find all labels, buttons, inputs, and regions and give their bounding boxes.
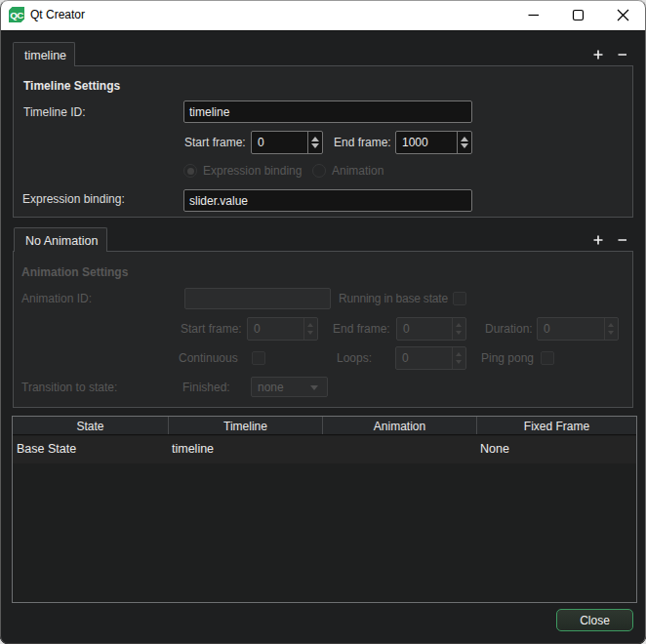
svg-text:QC: QC — [10, 10, 23, 20]
